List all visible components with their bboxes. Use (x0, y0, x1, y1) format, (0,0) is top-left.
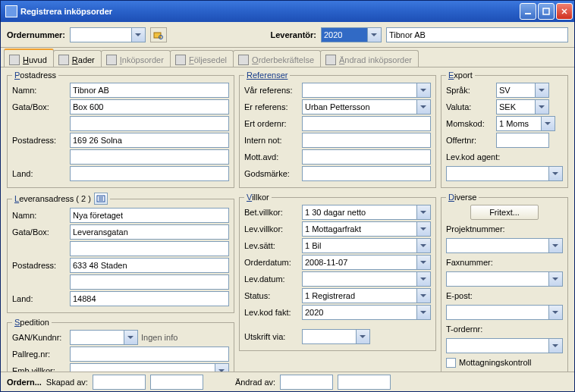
levsatt-combo[interactable]: 1 Bil (302, 238, 431, 253)
form-icon (9, 55, 20, 65)
andrad-field-2 (338, 375, 391, 390)
ertorder-field[interactable] (302, 116, 431, 131)
lev-land-label: Land: (12, 294, 67, 303)
header-row: Ordernummer: Leverantör: 2020 Tibnor AB (1, 22, 574, 48)
skapad-label: Skapad av: (46, 378, 88, 387)
epost-label: E-post: (446, 291, 473, 300)
emb-label: Emb.villkor: (12, 366, 67, 372)
checkbox-icon (446, 358, 456, 368)
levvillkor-label: Lev.villkor: (244, 224, 299, 234)
leverantor-label: Leverantör: (270, 30, 316, 39)
namn-field[interactable]: Tibnor AB (70, 83, 229, 98)
levkodfakt-combo[interactable]: 2020 (302, 305, 431, 320)
andrad-field-1 (280, 375, 333, 390)
utskrift-combo[interactable] (302, 329, 370, 344)
namn-label: Namn: (12, 86, 67, 95)
leverantor-name-field[interactable]: Tibnor AB (386, 27, 568, 42)
postadress-label: Postadress: (12, 136, 67, 145)
skapad-field-2 (150, 375, 203, 390)
land-field[interactable] (70, 166, 229, 181)
varref-combo[interactable] (302, 83, 431, 98)
tab-orderbekraftelse[interactable]: Orderbekräftelse (233, 50, 321, 67)
svg-rect-0 (525, 13, 531, 14)
titlebar: Registrera inköpsorder (1, 1, 574, 22)
close-button[interactable] (556, 3, 573, 20)
window-title: Registrera inköpsorder (20, 7, 112, 16)
pallreg-field[interactable] (70, 347, 229, 362)
epost-combo[interactable] (446, 305, 563, 320)
levsatt-label: Lev.sätt: (244, 241, 299, 250)
projekt-combo[interactable] (446, 238, 563, 253)
mott-label: Mott.avd: (244, 152, 299, 162)
leverantor-code-combo[interactable]: 2020 (321, 27, 382, 42)
sprak-combo[interactable]: SV (496, 83, 549, 98)
status-combo[interactable]: 1 Registrerad (302, 288, 431, 303)
post-field[interactable]: 169 26 Solna (70, 133, 229, 148)
offert-field[interactable] (496, 133, 549, 148)
grid-icon (58, 55, 69, 65)
utskrift-label: Utskrift via: (244, 332, 299, 341)
leveransadress-legend: Leveransadress ( 2 ) (12, 193, 110, 205)
torder-label: T-ordernr: (446, 325, 482, 334)
folder-search-icon (153, 30, 164, 40)
minimize-button[interactable] (520, 3, 536, 20)
lookup-button[interactable] (150, 27, 167, 42)
moms-label: Momskod: (446, 119, 493, 128)
projekt-label: Projektnummer: (446, 224, 505, 234)
postadress-legend: Postadress (12, 71, 58, 80)
tab-inkopsorder[interactable]: Inköpsorder (101, 50, 171, 67)
gan-label: GAN/Kundnr: (12, 333, 67, 342)
lev-gata2-field[interactable] (70, 241, 229, 256)
lev-land-field[interactable]: 14884 (70, 291, 229, 306)
gan-combo[interactable] (70, 330, 138, 345)
erref-label: Er referens: (244, 102, 299, 111)
footer-bar: Ordern... Skapad av: Ändrad av: (1, 372, 574, 391)
gata2-field[interactable] (70, 116, 229, 131)
referenser-legend: Referenser (244, 71, 290, 80)
erref-combo[interactable]: Urban Pettersson (302, 99, 431, 114)
mottagning-checkbox[interactable]: Mottagningskontroll (446, 355, 563, 370)
tab-andrad-inkopsorder[interactable]: Ändrad inköpsorder (320, 50, 419, 67)
levdatum-label: Lev.datum: (244, 274, 299, 284)
orderdatum-label: Orderdatum: (244, 258, 299, 267)
moms-combo[interactable]: 1 Moms (496, 116, 555, 131)
levdatum-combo[interactable] (302, 271, 431, 287)
lev-gata-field[interactable]: Leveransgatan (70, 224, 229, 240)
tab-foljesedel[interactable]: Följesedel (170, 50, 234, 67)
gods-field[interactable] (302, 166, 431, 181)
levvillkor-combo[interactable]: 1 Mottagarfrakt (302, 221, 431, 237)
andrad-label: Ändrad av: (235, 378, 275, 387)
svg-rect-1 (543, 8, 549, 14)
post2-field[interactable] (70, 149, 229, 165)
lev-post-field[interactable]: 633 48 Staden (70, 258, 229, 273)
torder-combo[interactable] (446, 338, 563, 353)
skapad-field-1 (93, 375, 146, 390)
maximize-button[interactable] (538, 3, 555, 20)
list-icon (96, 195, 105, 202)
status-label: Status: (244, 291, 299, 300)
mott-field[interactable] (302, 149, 431, 165)
lev-post2-field[interactable] (70, 274, 229, 290)
tab-huvud[interactable]: Huvud (4, 49, 54, 67)
emb-combo[interactable] (70, 363, 229, 372)
lev-gata-label: Gata/Box: (12, 227, 67, 237)
ertorder-label: Ert ordernr: (244, 119, 299, 128)
levagent-combo[interactable] (446, 166, 563, 181)
intern-field[interactable] (302, 133, 431, 148)
fritext-button[interactable]: Fritext... (470, 205, 539, 220)
gata-field[interactable]: Box 600 (70, 99, 229, 114)
intern-label: Intern not: (244, 136, 299, 145)
referenser-group: Referenser Vår referens: Er referens:Urb… (239, 71, 436, 188)
fax-combo[interactable] (446, 271, 563, 287)
villkor-group: Villkor Bet.villkor:1 30 dagar netto Lev… (239, 193, 436, 351)
pallreg-label: Pallreg.nr: (12, 350, 67, 359)
lev-namn-field[interactable]: Nya företaget (70, 208, 229, 223)
ordernummer-combo[interactable] (70, 27, 146, 42)
tab-rader[interactable]: Rader (53, 50, 102, 67)
ordern-label: Ordern... (7, 378, 42, 387)
bet-combo[interactable]: 1 30 dagar netto (302, 205, 431, 220)
leveransadress-pick-button[interactable] (94, 193, 108, 205)
valuta-combo[interactable]: SEK (496, 99, 549, 114)
valuta-label: Valuta: (446, 102, 493, 111)
orderdatum-combo[interactable]: 2008-11-07 (302, 255, 431, 270)
